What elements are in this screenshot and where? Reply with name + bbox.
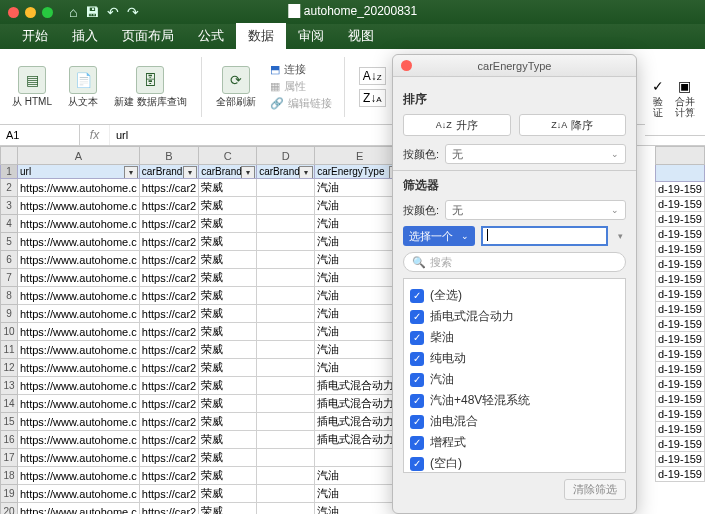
cell[interactable] xyxy=(257,431,315,449)
cell[interactable] xyxy=(257,413,315,431)
dialog-titlebar[interactable]: carEnergyType xyxy=(393,55,636,77)
new-db-query-icon[interactable]: 🗄 xyxy=(136,66,164,94)
cell[interactable] xyxy=(257,269,315,287)
cell[interactable]: 荣威 xyxy=(199,215,257,233)
filter-option[interactable]: ✓(全选) xyxy=(410,285,619,306)
cell[interactable]: 荣威 xyxy=(199,395,257,413)
cell[interactable]: d-19-159 xyxy=(655,242,704,257)
cell[interactable] xyxy=(257,359,315,377)
menu-tab-0[interactable]: 开始 xyxy=(10,23,60,49)
cell[interactable]: 荣威 xyxy=(199,179,257,197)
cell[interactable]: 荣威 xyxy=(199,359,257,377)
row-header[interactable]: 18 xyxy=(1,467,18,485)
from-text-icon[interactable]: 📄 xyxy=(69,66,97,94)
cell[interactable] xyxy=(257,305,315,323)
cell[interactable] xyxy=(257,215,315,233)
cell[interactable]: https://www.autohome.c xyxy=(18,359,140,377)
cell[interactable]: 荣威 xyxy=(199,269,257,287)
cell[interactable]: https://www.autohome.c xyxy=(18,431,140,449)
cell[interactable]: https://car2 xyxy=(139,413,198,431)
connections-button[interactable]: ⬒连接 xyxy=(270,62,332,77)
cell[interactable] xyxy=(257,179,315,197)
cell[interactable]: d-19-159 xyxy=(655,212,704,227)
cell[interactable]: https://www.autohome.c xyxy=(18,395,140,413)
row-header[interactable]: 20 xyxy=(1,503,18,515)
undo-icon[interactable]: ↶ xyxy=(107,4,119,20)
cell[interactable]: https://car2 xyxy=(139,323,198,341)
cell[interactable]: d-19-159 xyxy=(655,257,704,272)
cell[interactable]: https://www.autohome.c xyxy=(18,323,140,341)
dialog-close-button[interactable] xyxy=(401,60,412,71)
row-header[interactable]: 3 xyxy=(1,197,18,215)
cell[interactable]: https://www.autohome.c xyxy=(18,197,140,215)
properties-button[interactable]: ▦属性 xyxy=(270,79,332,94)
cell[interactable]: https://car2 xyxy=(139,377,198,395)
cell[interactable]: d-19-159 xyxy=(655,392,704,407)
merge-icon[interactable]: ▣ xyxy=(678,78,691,94)
cell[interactable]: d-19-159 xyxy=(655,182,704,197)
cell[interactable] xyxy=(257,341,315,359)
cell[interactable]: https://car2 xyxy=(139,287,198,305)
filter-header[interactable]: carBrand▾ xyxy=(257,165,315,179)
cell[interactable]: d-19-159 xyxy=(655,467,704,482)
filter-option[interactable]: ✓油电混合 xyxy=(410,411,619,432)
menu-tab-1[interactable]: 插入 xyxy=(60,23,110,49)
sort-descending-button[interactable]: Z↓A降序 xyxy=(519,114,627,136)
validate-icon[interactable]: ✓ xyxy=(652,78,664,94)
cell[interactable]: 荣威 xyxy=(199,449,257,467)
name-box[interactable]: A1 xyxy=(0,125,80,145)
cell[interactable] xyxy=(257,233,315,251)
cell[interactable]: https://car2 xyxy=(139,179,198,197)
row-header[interactable]: 11 xyxy=(1,341,18,359)
cell[interactable]: d-19-159 xyxy=(655,332,704,347)
refresh-all-icon[interactable]: ⟳ xyxy=(222,66,250,94)
maximize-window-button[interactable] xyxy=(42,7,53,18)
cell[interactable] xyxy=(257,485,315,503)
cell[interactable]: d-19-159 xyxy=(655,272,704,287)
dropdown-chevron-icon[interactable]: ▾ xyxy=(614,231,626,241)
cell[interactable]: d-19-159 xyxy=(655,227,704,242)
cell[interactable]: https://car2 xyxy=(139,341,198,359)
cell[interactable]: https://car2 xyxy=(139,269,198,287)
filter-option[interactable]: ✓汽油 xyxy=(410,369,619,390)
cell[interactable]: https://www.autohome.c xyxy=(18,305,140,323)
col-header[interactable]: C xyxy=(199,147,257,165)
cell[interactable]: d-19-159 xyxy=(655,407,704,422)
cell[interactable]: 荣威 xyxy=(199,431,257,449)
cell[interactable]: 荣威 xyxy=(199,251,257,269)
cell[interactable]: https://www.autohome.c xyxy=(18,233,140,251)
filter-value-input[interactable] xyxy=(481,226,608,246)
menu-tab-2[interactable]: 页面布局 xyxy=(110,23,186,49)
cell[interactable] xyxy=(257,197,315,215)
cell[interactable]: https://www.autohome.c xyxy=(18,341,140,359)
cell[interactable] xyxy=(257,449,315,467)
filter-option[interactable]: ✓汽油+48V轻混系统 xyxy=(410,390,619,411)
filter-header[interactable]: carBrand▾ xyxy=(199,165,257,179)
cell[interactable] xyxy=(257,467,315,485)
cell[interactable]: https://www.autohome.c xyxy=(18,179,140,197)
sort-asc-icon[interactable]: A↓Z xyxy=(359,67,386,85)
cell[interactable]: https://www.autohome.c xyxy=(18,215,140,233)
filter-option[interactable]: ✓增程式 xyxy=(410,432,619,453)
row-header[interactable]: 13 xyxy=(1,377,18,395)
cell[interactable]: https://car2 xyxy=(139,233,198,251)
cell[interactable]: d-19-159 xyxy=(655,437,704,452)
clear-filter-button[interactable]: 清除筛选 xyxy=(564,479,626,500)
cell[interactable]: d-19-159 xyxy=(655,347,704,362)
cell[interactable]: https://car2 xyxy=(139,197,198,215)
menu-tab-4[interactable]: 数据 xyxy=(236,23,286,49)
col-header[interactable]: D xyxy=(257,147,315,165)
edit-links-button[interactable]: 🔗编辑链接 xyxy=(270,96,332,111)
cell[interactable] xyxy=(257,251,315,269)
row-header[interactable]: 14 xyxy=(1,395,18,413)
cell[interactable] xyxy=(257,323,315,341)
sort-ascending-button[interactable]: A↓Z升序 xyxy=(403,114,511,136)
cell[interactable]: d-19-159 xyxy=(655,362,704,377)
filter-header[interactable]: carBrand▾ xyxy=(139,165,198,179)
cell[interactable]: https://car2 xyxy=(139,215,198,233)
cell[interactable]: https://www.autohome.c xyxy=(18,485,140,503)
cell[interactable]: d-19-159 xyxy=(655,197,704,212)
cell[interactable]: https://car2 xyxy=(139,431,198,449)
cell[interactable] xyxy=(257,377,315,395)
filter-option[interactable]: ✓插电式混合动力 xyxy=(410,306,619,327)
